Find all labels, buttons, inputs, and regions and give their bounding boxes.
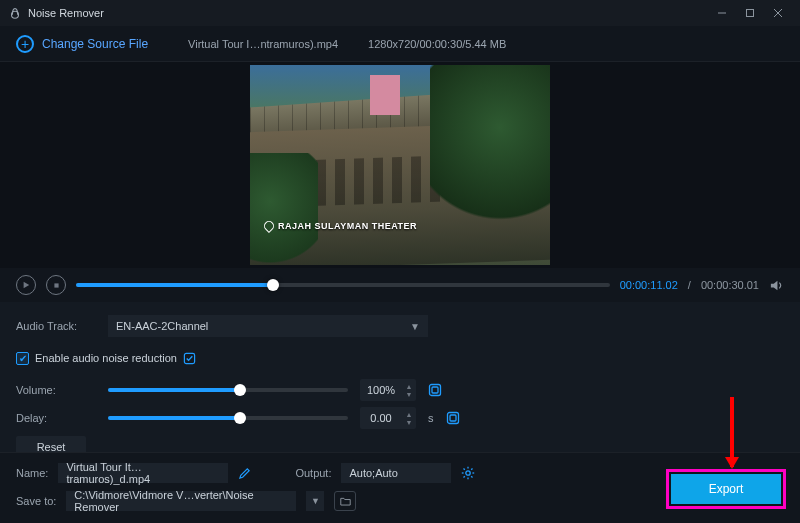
change-source-button[interactable]: + Change Source File (16, 35, 148, 53)
saveto-label: Save to: (16, 495, 56, 507)
annotation-arrow (730, 397, 734, 467)
seek-fill (76, 283, 273, 287)
svg-point-13 (466, 471, 470, 475)
saveto-dropdown[interactable]: ▼ (306, 491, 324, 511)
seek-thumb[interactable] (267, 279, 279, 291)
chevron-down-icon: ▼ (410, 321, 420, 332)
svg-marker-5 (24, 282, 30, 288)
output-settings-icon[interactable] (461, 466, 475, 480)
delay-stepper[interactable]: ▲▼ (402, 411, 416, 426)
output-format-field[interactable]: Auto;Auto (341, 463, 451, 483)
titlebar: Noise Remover (0, 0, 800, 26)
playback-bar: 00:00:11.02/00:00:30.01 (0, 268, 800, 302)
play-button[interactable] (16, 275, 36, 295)
video-caption-text: RAJAH SULAYMAN THEATER (278, 221, 417, 231)
video-preview[interactable]: RAJAH SULAYMAN THEATER (250, 65, 550, 265)
svg-rect-9 (430, 385, 441, 396)
svg-rect-2 (747, 10, 754, 17)
source-filename: Virtual Tour I…ntramuros).mp4 (188, 38, 338, 50)
time-current: 00:00:11.02 (620, 279, 678, 291)
delay-value-input[interactable]: 0.00 ▲▼ (360, 407, 416, 429)
output-name-label: Name: (16, 467, 48, 479)
location-pin-icon (262, 219, 276, 233)
open-folder-button[interactable] (334, 491, 356, 511)
saveto-field[interactable]: C:\Vidmore\Vidmore V…verter\Noise Remove… (66, 491, 296, 511)
volume-value: 100% (360, 384, 402, 396)
video-caption: RAJAH SULAYMAN THEATER (264, 221, 417, 231)
edit-name-icon[interactable] (238, 467, 251, 480)
svg-marker-7 (771, 280, 778, 289)
svg-rect-12 (450, 415, 456, 421)
export-button[interactable]: Export (671, 474, 781, 504)
svg-rect-10 (432, 387, 438, 393)
change-source-label: Change Source File (42, 37, 148, 51)
plus-icon: + (16, 35, 34, 53)
volume-reset-icon[interactable] (428, 383, 442, 397)
maximize-button[interactable] (736, 0, 764, 26)
time-separator: / (688, 279, 691, 291)
svg-rect-11 (447, 413, 458, 424)
stop-button[interactable] (46, 275, 66, 295)
noise-reduction-checkbox[interactable]: ✔ (16, 352, 29, 365)
time-total: 00:00:30.01 (701, 279, 759, 291)
source-toolbar: + Change Source File Virtual Tour I…ntra… (0, 26, 800, 62)
delay-unit: s (428, 412, 434, 424)
export-label: Export (709, 482, 744, 496)
controls-panel: Audio Track: EN-AAC-2Channel ▼ ✔ Enable … (0, 302, 800, 464)
svg-line-18 (464, 469, 465, 470)
volume-slider[interactable] (108, 388, 348, 392)
volume-label: Volume: (16, 384, 96, 396)
delay-label: Delay: (16, 412, 96, 424)
export-highlight-annotation: Export (666, 469, 786, 509)
audio-track-select[interactable]: EN-AAC-2Channel ▼ (108, 315, 428, 337)
audio-track-label: Audio Track: (16, 320, 96, 332)
app-icon (8, 6, 22, 20)
close-button[interactable] (764, 0, 792, 26)
output-name-field[interactable]: Virtual Tour It…tramuros)_d.mp4 (58, 463, 228, 483)
video-preview-area: RAJAH SULAYMAN THEATER (0, 62, 800, 268)
svg-rect-6 (54, 283, 58, 287)
volume-stepper[interactable]: ▲▼ (402, 383, 416, 398)
volume-icon[interactable] (769, 278, 784, 293)
export-region: Export (666, 469, 786, 509)
delay-reset-icon[interactable] (446, 411, 460, 425)
svg-line-21 (464, 476, 465, 477)
app-title: Noise Remover (28, 7, 104, 19)
audio-track-value: EN-AAC-2Channel (116, 320, 208, 332)
source-meta: 1280x720/00:00:30/5.44 MB (368, 38, 506, 50)
volume-value-input[interactable]: 100% ▲▼ (360, 379, 416, 401)
minimize-button[interactable] (708, 0, 736, 26)
seek-slider[interactable] (76, 283, 610, 287)
delay-value: 0.00 (360, 412, 402, 424)
noise-reduction-label: Enable audio noise reduction (35, 352, 177, 364)
delay-slider[interactable] (108, 416, 348, 420)
svg-line-19 (472, 476, 473, 477)
output-format-label: Output: (295, 467, 331, 479)
svg-line-20 (472, 469, 473, 470)
noise-reduction-info-icon[interactable] (183, 352, 196, 365)
